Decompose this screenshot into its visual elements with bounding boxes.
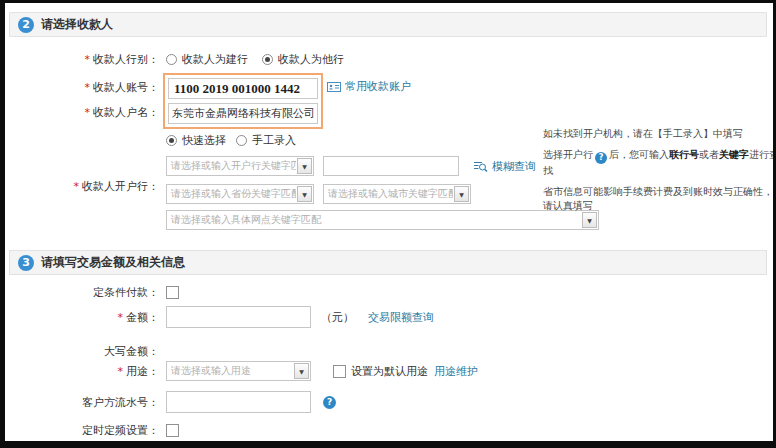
section-header-amount: 3 请填写交易金额及相关信息 [9,250,767,275]
label-text: 收款人账号： [93,81,159,94]
hint-text: 选择开户行 [543,149,593,160]
dropdown-placeholder: 请选择或输入具体网点关键字匹配 [167,213,581,227]
chevron-down-icon: ▼ [294,363,309,379]
radio-label: 收款人为建行 [182,52,248,67]
help-icon[interactable]: ? [595,152,607,164]
hint-province-city: 省市信息可能影响手续费计费及到账时效与正确性，请认真填写 [543,185,776,213]
radio-payee-is-ccb[interactable]: 收款人为建行 [166,52,248,67]
hint-bold-text: 联行号 [669,149,699,160]
chevron-down-icon: ▼ [297,158,312,174]
branch-hints: 如未找到开户机构，请在【手工录入】中填写 选择开户行?后，您可输入联行号或者关键… [543,127,776,220]
purpose-label: *用途： [9,364,159,379]
radio-selected-icon [166,135,177,146]
row-schedule-settings: 定时定频设置： [9,419,179,441]
row-payee-branch: *收款人开户行： [9,175,159,197]
label-text: 用途： [126,365,159,378]
fuzzy-search-icon [473,160,488,173]
radio-payee-is-other-bank[interactable]: 收款人为他行 [262,52,344,67]
radio-label: 快速选择 [182,133,226,148]
section-amount-title: 请填写交易金额及相关信息 [41,254,185,271]
chevron-down-icon: ▼ [454,186,469,202]
default-purpose-label: 设置为默认用途 [351,364,428,379]
label-text: 收款人开户行： [82,180,159,193]
chevron-down-icon: ▼ [297,186,312,202]
transaction-limit-link[interactable]: 交易限额查询 [368,310,434,325]
contact-card-icon [327,81,341,93]
required-mark: * [85,81,91,94]
payee-bank-type-label: *收款人行别： [9,52,159,67]
amount-unit: （元） [321,310,354,325]
schedule-settings-label: 定时定频设置： [9,423,159,438]
dropdown-placeholder: 请选择或输入开户行关键字匹配 [167,159,296,173]
radio-selected-icon [262,54,273,65]
conditional-payment-label: 定条件付款： [9,285,159,300]
step-3-badge: 3 [18,255,34,271]
city-dropdown[interactable]: 请选择或输入城市关键字匹配 ▼ [323,184,471,204]
required-mark: * [118,311,124,324]
section-header-payee: 2 请选择收款人 [9,12,767,37]
conditional-payment-checkbox[interactable] [166,286,179,299]
bank-keyword-input[interactable] [323,156,459,176]
row-payee-account: *收款人账号： [9,76,159,98]
hint-manual-entry: 如未找到开户机构，请在【手工录入】中填写 [543,127,776,141]
amount-input[interactable] [166,306,311,328]
payee-account-input[interactable] [168,78,318,99]
required-mark: * [85,53,91,66]
row-entry-mode: 快速选择 手工录入 [166,129,310,151]
province-dropdown[interactable]: 请选择或输入省份关键字匹配 ▼ [166,184,314,204]
row-client-serial: 客户方流水号： ? [9,390,336,414]
payee-holder-label: *收款人户名： [9,105,159,120]
row-province-city: 请选择或输入省份关键字匹配 ▼ 请选择或输入城市关键字匹配 ▼ [166,183,471,205]
row-purpose: *用途： 请选择或输入用途 ▼ 设置为默认用途 用途维护 [9,360,478,382]
hint-bank-search: 选择开户行?后，您可输入联行号或者关键字进行查找 [543,148,776,178]
label-text: 收款人行别： [93,53,159,66]
row-uppercase-amount: 大写金额： [9,340,159,362]
radio-label: 手工录入 [252,133,296,148]
section-payee-title: 请选择收款人 [41,16,113,33]
hint-bold-text: 关键字 [719,149,749,160]
required-mark: * [74,180,80,193]
schedule-settings-checkbox[interactable] [166,424,179,437]
bank-keyword-dropdown[interactable]: 请选择或输入开户行关键字匹配 ▼ [166,156,314,176]
fuzzy-search-link[interactable]: 模糊查询 [492,159,536,174]
hint-text: 或者 [699,149,719,160]
dropdown-placeholder: 请选择或输入省份关键字匹配 [167,187,296,201]
radio-manual-entry[interactable]: 手工录入 [236,133,296,148]
row-amount: *金额： （元） 交易限额查询 [9,305,434,329]
label-text: 收款人户名： [93,106,159,119]
transfer-form-page: 2 请选择收款人 *收款人行别： 收款人为建行 收款人为他行 *收款人账号： *… [0,0,776,448]
payee-holder-input[interactable] [168,103,318,124]
label-text: 金额： [126,311,159,324]
row-conditional-payment: 定条件付款： [9,281,179,303]
client-serial-label: 客户方流水号： [9,395,159,410]
radio-unselected-icon [236,135,247,146]
purpose-dropdown[interactable]: 请选择或输入用途 ▼ [166,361,311,381]
hint-text: 后，您可输入 [609,149,669,160]
radio-quick-select[interactable]: 快速选择 [166,133,226,148]
amount-label: *金额： [9,310,159,325]
payee-highlight-group [163,73,323,129]
step-2-badge: 2 [18,17,34,33]
row-branch-outlet: 请选择或输入具体网点关键字匹配 ▼ [166,209,599,231]
row-payee-holder: *收款人户名： [9,101,159,123]
dropdown-placeholder: 请选择或输入用途 [167,364,293,378]
required-mark: * [85,106,91,119]
payee-account-label: *收款人账号： [9,80,159,95]
default-purpose-checkbox[interactable] [333,365,346,378]
help-icon[interactable]: ? [323,396,336,409]
row-payee-bank-type: *收款人行别： 收款人为建行 收款人为他行 [9,48,358,70]
frequent-payees-link[interactable]: 常用收款账户 [345,79,411,94]
radio-label: 收款人为他行 [278,52,344,67]
dropdown-placeholder: 请选择或输入城市关键字匹配 [324,187,453,201]
purpose-manage-link[interactable]: 用途维护 [434,364,478,379]
client-serial-input[interactable] [166,391,311,413]
outlet-dropdown[interactable]: 请选择或输入具体网点关键字匹配 ▼ [166,210,599,230]
radio-unselected-icon [166,54,177,65]
row-branch-keyword: 请选择或输入开户行关键字匹配 ▼ 模糊查询 [166,155,536,177]
uppercase-amount-label: 大写金额： [9,344,159,359]
frequent-payee-linkline: 常用收款账户 [327,79,411,94]
payee-branch-label: *收款人开户行： [9,179,159,194]
required-mark: * [118,365,124,378]
